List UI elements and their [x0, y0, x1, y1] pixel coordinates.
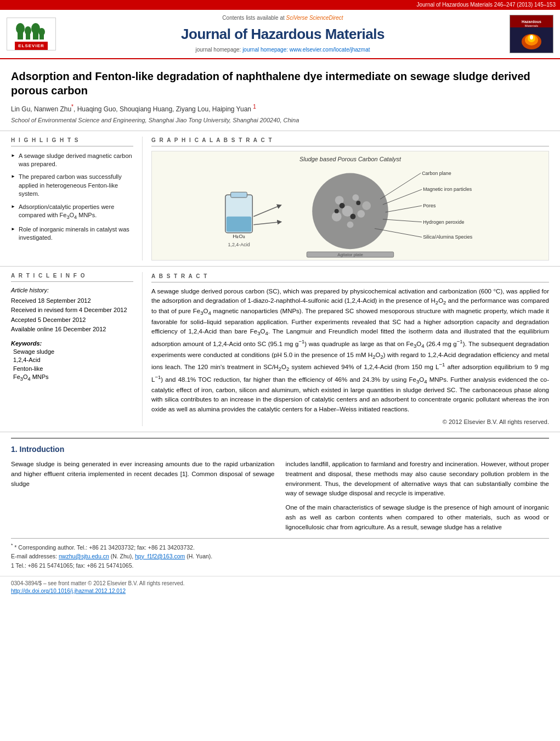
svg-point-7: [38, 28, 45, 36]
svg-point-33: [340, 203, 345, 208]
highlights-label: H I G H L I G H T S: [11, 137, 133, 146]
keywords-section: Keywords: Sewage sludge 1,2,4-Acid Fento…: [11, 340, 133, 383]
article-affiliation: School of Environmental Science and Engi…: [11, 116, 549, 125]
sciverse-link[interactable]: SciVerse ScienceDirect: [286, 15, 343, 21]
article-info-label: A R T I C L E I N F O: [11, 272, 133, 282]
highlight-item-3: Adsorption/catalytic properties were com…: [11, 202, 133, 222]
svg-point-29: [357, 210, 365, 217]
body-right-col: includes landfill, application to farmla…: [286, 460, 550, 533]
page-footer: 0304-3894/$ – see front matter © 2012 El…: [0, 576, 560, 601]
abstract-copyright: © 2012 Elsevier B.V. All rights reserved…: [151, 417, 549, 427]
highlight-item-4: Role of inorganic minerals in catalyst w…: [11, 224, 133, 244]
article-authors: Lin Gu, Nanwen Zhu*, Huaqing Guo, Shouqi…: [11, 103, 549, 114]
abstract-text: A sewage sludge derived porous carbon (S…: [151, 287, 549, 414]
received-date: Received 18 September 2012: [11, 297, 133, 305]
svg-point-35: [350, 213, 356, 219]
keywords-label: Keywords:: [11, 340, 42, 347]
article-main-title: Adsorption and Fenton-like degradation o…: [11, 69, 549, 98]
svg-point-31: [347, 221, 354, 228]
email-1[interactable]: nwzhu@sjtu.edu.cn: [59, 553, 109, 559]
elsevier-logo: ELSEVIER: [7, 18, 56, 50]
graphical-abstract-image: Sludge based Porous Carbon Catalyst H₂O₂…: [151, 151, 549, 261]
top-bar: Journal of Hazardous Materials 246–247 (…: [0, 0, 560, 10]
svg-text:Agitator plate: Agitator plate: [337, 252, 363, 257]
body-left-col: Sewage sludge is being generated in ever…: [11, 460, 275, 533]
homepage-link[interactable]: journal homepage: www.elsevier.com/locat…: [242, 47, 370, 53]
keyword-2: 1,2,4-Acid: [13, 356, 133, 364]
svg-text:Pores: Pores: [423, 203, 436, 208]
sciverse-line: Contents lists available at SciVerse Sci…: [63, 14, 503, 22]
svg-rect-19: [231, 192, 247, 197]
graphical-abstract-column: G R A P H I C A L A B S T R A C T Sludge…: [143, 137, 549, 261]
svg-text:Hazardous: Hazardous: [522, 20, 541, 24]
svg-text:H₂O₂: H₂O₂: [233, 233, 245, 239]
history-label: Article history:: [11, 286, 133, 295]
article-title-section: Adsorption and Fenton-like degradation o…: [0, 59, 560, 131]
svg-rect-20: [227, 216, 252, 231]
journal-title: Journal of Hazardous Materials: [63, 24, 503, 44]
graphical-abstract-label: G R A P H I C A L A B S T R A C T: [151, 137, 549, 146]
journal-homepage: journal homepage: journal homepage: www.…: [63, 46, 503, 54]
highlights-column: H I G H L I G H T S A sewage sludge deri…: [11, 137, 143, 261]
accepted-date: Accepted 5 December 2012: [11, 316, 133, 324]
svg-point-3: [25, 26, 31, 35]
svg-text:Silica/Alumina Species: Silica/Alumina Species: [423, 234, 473, 240]
body-right-text-1: includes landfill, application to farmla…: [286, 460, 550, 499]
doi-link[interactable]: http://dx.doi.org/10.1016/j.jhazmat.2012…: [11, 588, 126, 594]
article-info-column: A R T I C L E I N F O Article history: R…: [11, 272, 143, 427]
body-two-column: Sewage sludge is being generated in ever…: [11, 460, 549, 533]
body-left-text: Sewage sludge is being generated in ever…: [11, 460, 275, 489]
body-section: 1. Introduction Sewage sludge is being g…: [0, 432, 560, 576]
journal-header: ELSEVIER Contents lists available at Sci…: [0, 10, 560, 59]
svg-text:Hydrogen peroxide: Hydrogen peroxide: [423, 219, 464, 224]
svg-point-1: [16, 23, 25, 34]
svg-point-34: [356, 201, 360, 205]
corresponding-note: * * Corresponding author. Tel.: +86 21 3…: [11, 542, 549, 551]
svg-point-15: [530, 35, 533, 39]
keyword-4: Fe3O4 MNPs: [13, 373, 133, 383]
highlight-item-2: The prepared carbon was successfully app…: [11, 172, 133, 199]
svg-point-32: [362, 201, 371, 210]
available-date: Available online 16 December 2012: [11, 325, 133, 333]
keyword-3: Fenton-like: [13, 365, 133, 373]
elsevier-wordmark: ELSEVIER: [15, 42, 48, 50]
abstract-column: A B S T R A C T A sewage sludge derived …: [143, 272, 549, 427]
footnotes-section: * * Corresponding author. Tel.: +86 21 3…: [11, 538, 549, 570]
svg-text:1,2,4-Acid: 1,2,4-Acid: [228, 242, 250, 247]
section1-title: 1. Introduction: [11, 444, 549, 455]
revised-date: Received in revised form 4 December 2012: [11, 306, 133, 314]
highlights-graphical-section: H I G H L I G H T S A sewage sludge deri…: [0, 131, 560, 267]
email-note: E-mail addresses: nwzhu@sjtu.edu.cn (N. …: [11, 552, 549, 561]
article-info-abstract-section: A R T I C L E I N F O Article history: R…: [0, 267, 560, 433]
abstract-label: A B S T R A C T: [151, 272, 549, 282]
svg-text:Materials: Materials: [525, 24, 538, 27]
svg-text:Sludge based Porous Carbon Cat: Sludge based Porous Carbon Catalyst: [299, 155, 401, 162]
svg-point-36: [335, 209, 339, 213]
highlights-list: A sewage sludge derived magnetic carbon …: [11, 151, 133, 244]
journal-thumbnail: Hazardous Materials: [510, 15, 553, 53]
body-right-text-2: One of the main characteristics of sewag…: [286, 503, 550, 532]
svg-text:Magnetic iron particles: Magnetic iron particles: [423, 186, 472, 192]
journal-citation: Journal of Hazardous Materials 246–247 (…: [416, 2, 556, 8]
svg-text:Carbon plane: Carbon plane: [422, 170, 451, 176]
journal-center: Contents lists available at SciVerse Sci…: [63, 14, 503, 54]
email-2[interactable]: hpy_f1f2@163.com: [135, 553, 185, 559]
issn-line: 0304-3894/$ – see front matter © 2012 El…: [11, 580, 549, 587]
highlight-item-1: A sewage sludge derived magnetic carbon …: [11, 151, 133, 170]
svg-point-27: [352, 194, 359, 201]
keyword-1: Sewage sludge: [13, 348, 133, 356]
doi-line: http://dx.doi.org/10.1016/j.jhazmat.2012…: [11, 587, 549, 595]
note1: 1 Tel.: +86 21 54741065; fax: +86 21 547…: [11, 562, 549, 570]
email-label: E-mail addresses:: [11, 553, 59, 559]
